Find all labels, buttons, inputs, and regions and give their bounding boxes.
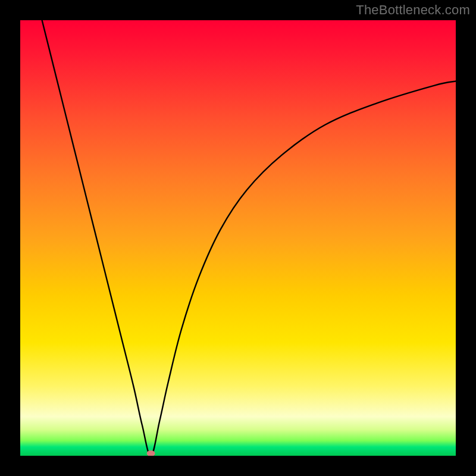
plot-area (20, 20, 456, 456)
bottleneck-curve (20, 20, 456, 456)
chart-frame: TheBottleneck.com (0, 0, 476, 476)
watermark-text: TheBottleneck.com (356, 2, 470, 18)
